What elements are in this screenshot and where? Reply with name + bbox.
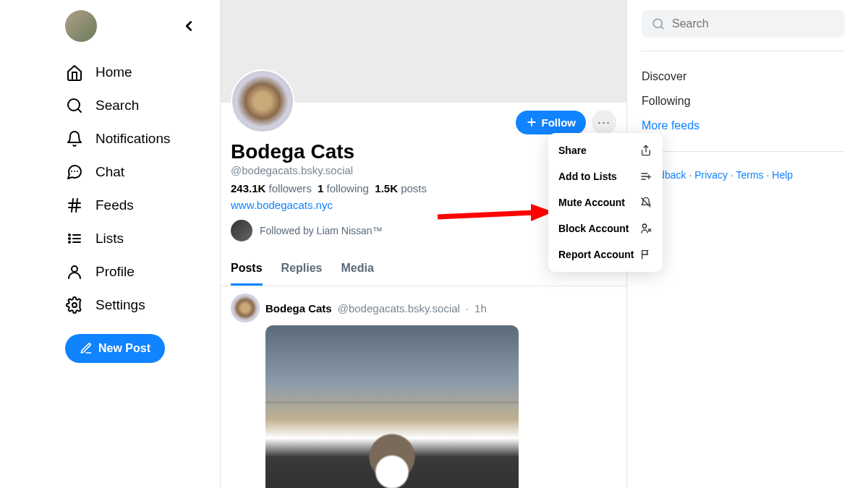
svg-point-9: [69, 234, 70, 236]
posts-count: 1.5K: [375, 182, 398, 194]
search-icon: [652, 17, 665, 30]
menu-block-account[interactable]: Block Account: [548, 215, 663, 241]
link-following[interactable]: Following: [642, 89, 845, 114]
mute-icon: [639, 196, 652, 209]
svg-line-7: [72, 199, 73, 212]
search-input[interactable]: [672, 17, 835, 30]
tab-media[interactable]: Media: [341, 254, 374, 286]
more-menu-button[interactable]: ···: [592, 110, 616, 134]
nav-label: Chat: [95, 164, 124, 180]
search-icon: [65, 96, 84, 115]
followed-by-label: Followed by Liam Nissan™: [260, 225, 383, 236]
nav-label: Feeds: [95, 197, 134, 213]
following-label: following: [327, 182, 369, 194]
tab-replies[interactable]: Replies: [281, 254, 323, 286]
menu-share[interactable]: Share: [548, 137, 663, 163]
ellipsis-icon: ···: [597, 115, 610, 130]
link-help[interactable]: Help: [772, 169, 793, 181]
menu-label: Report Account: [558, 249, 634, 260]
follow-label: Follow: [542, 116, 576, 129]
post-image[interactable]: [265, 325, 519, 488]
svg-point-10: [69, 238, 70, 239]
nav-label: Search: [95, 98, 139, 114]
feed-links: Discover Following More feeds: [642, 64, 845, 138]
profile-more-dropdown: Share Add to Lists Mute Account Block Ac…: [548, 133, 663, 272]
post-avatar[interactable]: [231, 294, 260, 322]
footer-links: Feedback · Privacy · Terms · Help: [642, 169, 845, 181]
nav-chat[interactable]: Chat: [65, 156, 220, 188]
post-separator: ·: [466, 302, 469, 314]
chevron-left-icon: [181, 18, 197, 34]
follower-mini-avatar: [231, 220, 252, 241]
svg-point-11: [69, 241, 70, 243]
post-timestamp: 1h: [475, 302, 487, 314]
nav-label: Settings: [95, 297, 145, 313]
left-sidebar: Home Search Notifications Chat Feeds Lis…: [0, 0, 221, 488]
link-discover[interactable]: Discover: [642, 64, 845, 89]
right-sidebar: Discover Following More feeds Feedback ·…: [627, 0, 868, 488]
nav-lists[interactable]: Lists: [65, 223, 220, 254]
followers-count: 243.1K: [231, 182, 265, 194]
back-button[interactable]: [180, 17, 197, 35]
nav-label: Profile: [95, 264, 135, 280]
share-icon: [639, 144, 652, 157]
svg-line-8: [76, 199, 77, 212]
menu-label: Block Account: [558, 223, 629, 234]
user-icon: [65, 262, 84, 281]
svg-point-16: [72, 303, 77, 307]
hash-icon: [65, 196, 84, 215]
post-author: Bodega Cats: [265, 302, 332, 314]
follow-button[interactable]: Follow: [516, 111, 587, 134]
nav-home[interactable]: Home: [65, 56, 220, 88]
link-more-feeds[interactable]: More feeds: [642, 114, 845, 138]
svg-line-1: [78, 109, 81, 112]
svg-point-28: [642, 224, 646, 228]
block-icon: [639, 222, 652, 235]
chat-icon: [65, 163, 84, 181]
link-terms[interactable]: Terms: [736, 169, 763, 181]
posts-label: posts: [401, 182, 427, 194]
svg-point-15: [72, 266, 77, 272]
main-nav: Home Search Notifications Chat Feeds Lis…: [65, 56, 220, 321]
menu-label: Share: [558, 145, 587, 156]
nav-search[interactable]: Search: [65, 90, 220, 121]
menu-report-account[interactable]: Report Account: [548, 241, 663, 267]
nav-settings[interactable]: Settings: [65, 289, 220, 321]
flag-icon: [639, 248, 652, 261]
nav-label: Lists: [95, 231, 124, 247]
bell-icon: [65, 129, 84, 148]
nav-profile[interactable]: Profile: [65, 256, 220, 288]
gear-icon: [65, 296, 84, 314]
new-post-button[interactable]: New Post: [65, 334, 165, 363]
following-count: 1: [318, 182, 323, 194]
search-box[interactable]: [642, 10, 845, 38]
plus-icon: [526, 116, 537, 128]
compose-icon: [80, 342, 93, 355]
menu-mute-account[interactable]: Mute Account: [548, 189, 663, 215]
profile-avatar[interactable]: [231, 69, 294, 133]
home-icon: [65, 63, 84, 82]
nav-feeds[interactable]: Feeds: [65, 189, 220, 221]
new-post-label: New Post: [98, 342, 150, 355]
post-handle: @bodegacats.bsky.social: [338, 302, 460, 314]
list-icon: [65, 229, 84, 248]
followers-label: followers: [269, 182, 312, 194]
menu-add-to-lists[interactable]: Add to Lists: [548, 163, 663, 189]
link-privacy[interactable]: Privacy: [694, 169, 728, 181]
menu-label: Add to Lists: [558, 171, 617, 182]
nav-notifications[interactable]: Notifications: [65, 123, 220, 155]
list-add-icon: [639, 170, 652, 183]
tab-posts[interactable]: Posts: [231, 254, 263, 286]
svg-line-20: [661, 27, 663, 29]
my-avatar[interactable]: [65, 10, 97, 42]
nav-label: Notifications: [95, 131, 171, 147]
post[interactable]: Bodega Cats @bodegacats.bsky.social · 1h: [221, 286, 626, 488]
nav-label: Home: [95, 64, 132, 80]
menu-label: Mute Account: [558, 197, 625, 208]
